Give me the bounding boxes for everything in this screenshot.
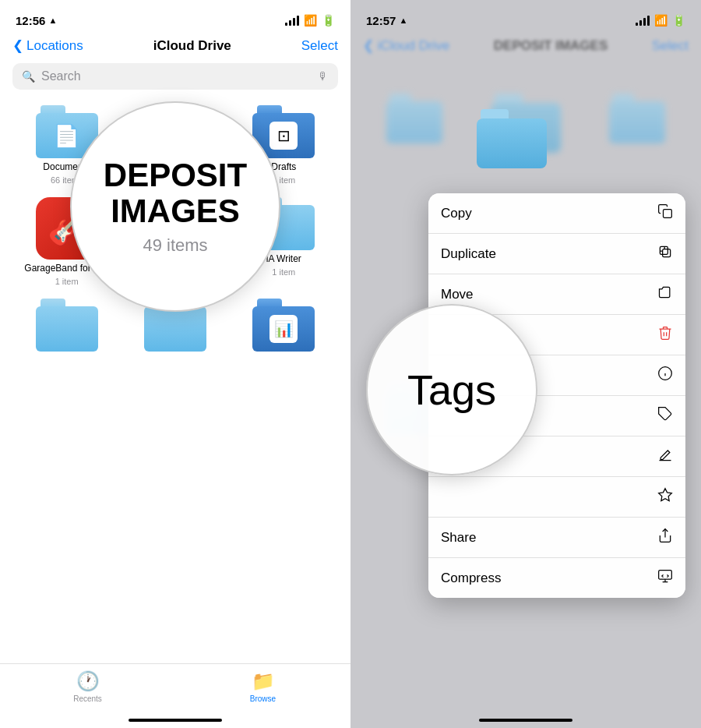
share-label: Share — [441, 530, 476, 546]
folder-count: 1 item — [272, 267, 295, 277]
featured-folder — [477, 109, 547, 168]
status-icons: 📶 🔋 — [285, 14, 335, 27]
select-button[interactable]: Select — [301, 38, 338, 54]
left-status-bar: 12:56 ▲ 📶 🔋 — [0, 0, 350, 34]
right-status-icons: 📶 🔋 — [636, 14, 685, 27]
favorite-icon — [657, 487, 673, 507]
tags-label: Tags — [407, 366, 496, 414]
menu-item-compress[interactable]: Compress — [428, 558, 685, 598]
right-wifi-icon: 📶 — [654, 14, 668, 27]
drafts-app-icon: ⊡ — [277, 126, 291, 145]
tag-icon — [657, 406, 673, 426]
copy-label: Copy — [441, 206, 472, 221]
right-title: DEPOSIT IMAGES — [494, 38, 608, 54]
svg-rect-12 — [659, 571, 672, 580]
search-bar[interactable]: 🔍 Search 🎙 — [12, 63, 338, 90]
move-label: Move — [441, 287, 474, 302]
share-icon — [657, 528, 673, 547]
delete-icon — [657, 325, 673, 345]
deposit-overlay: DEPOSITIMAGES 49 items — [70, 101, 280, 312]
folder-extra3-icon: 📊 — [252, 299, 315, 352]
list-item[interactable] — [12, 299, 121, 352]
left-phone: 12:56 ▲ 📶 🔋 ❮ Locations iCloud Drive Sel… — [0, 0, 350, 728]
page-title: iCloud Drive — [153, 38, 231, 54]
duplicate-label: Duplicate — [441, 246, 496, 262]
right-action: Select — [652, 38, 689, 54]
search-icon: 🔍 — [22, 70, 35, 83]
duplicate-icon — [657, 244, 673, 263]
right-phone: 12:57 ▲ 📶 🔋 ❮ iCloud Drive DEPOSIT IMAGE… — [350, 0, 701, 728]
menu-item-duplicate[interactable]: Duplicate — [428, 234, 685, 274]
svg-rect-0 — [664, 210, 672, 218]
recents-icon: 🕐 — [76, 670, 100, 692]
right-status-bar: 12:57 ▲ 📶 🔋 — [350, 0, 701, 34]
copy-icon — [657, 203, 673, 223]
right-home-indicator — [479, 719, 572, 722]
left-nav-bar: ❮ Locations iCloud Drive Select — [0, 34, 350, 60]
home-indicator — [129, 719, 222, 722]
compress-icon — [657, 568, 673, 588]
right-location-icon: ▲ — [399, 16, 407, 25]
wifi-icon: 📶 — [304, 14, 317, 27]
folder-label: iA Writer — [266, 253, 301, 264]
tab-browse[interactable]: 📁 Browse — [175, 670, 350, 703]
menu-item-share[interactable]: Share — [428, 518, 685, 558]
folder-label: Drafts — [271, 161, 296, 172]
mic-icon[interactable]: 🎙 — [318, 70, 329, 83]
list-item[interactable]: 📊 — [230, 299, 338, 352]
tab-browse-label: Browse — [250, 694, 276, 703]
info-icon — [657, 366, 673, 385]
left-time: 12:56 — [16, 14, 45, 27]
right-back: ❮ iCloud Drive — [363, 37, 449, 54]
location-arrow-icon: ▲ — [48, 16, 57, 25]
browse-icon: 📁 — [252, 670, 275, 692]
svg-rect-1 — [663, 249, 671, 257]
rename-icon — [657, 447, 673, 466]
back-button[interactable]: ❮ Locations — [12, 37, 83, 54]
search-input[interactable]: Search — [41, 69, 312, 83]
menu-item-copy[interactable]: Copy — [428, 193, 685, 234]
folder-count: 1 item — [55, 277, 79, 286]
menu-item-favorite[interactable] — [428, 477, 685, 518]
svg-rect-2 — [660, 246, 668, 254]
folder-extra1-icon — [36, 299, 98, 352]
svg-marker-10 — [659, 489, 672, 501]
right-signal-icon — [636, 16, 650, 26]
signal-icon — [285, 16, 299, 26]
right-blurred-nav: ❮ iCloud Drive DEPOSIT IMAGES Select — [350, 34, 701, 60]
right-battery-icon: 🔋 — [672, 14, 685, 27]
locations-back-label: Locations — [26, 38, 83, 54]
tags-overlay: Tags — [366, 304, 537, 475]
compress-label: Compress — [441, 571, 501, 586]
deposit-title: DEPOSITIMAGES — [104, 157, 247, 229]
tab-recents[interactable]: 🕐 Recents — [0, 670, 175, 703]
doc-icon: 📄 — [53, 123, 80, 149]
move-icon — [657, 284, 673, 304]
tab-recents-label: Recents — [73, 694, 102, 703]
right-time: 12:57 — [366, 14, 396, 27]
battery-icon: 🔋 — [322, 14, 335, 27]
keynote-icon: 📊 — [274, 320, 294, 338]
chevron-left-icon: ❮ — [12, 37, 23, 54]
deposit-count: 49 items — [143, 235, 207, 256]
